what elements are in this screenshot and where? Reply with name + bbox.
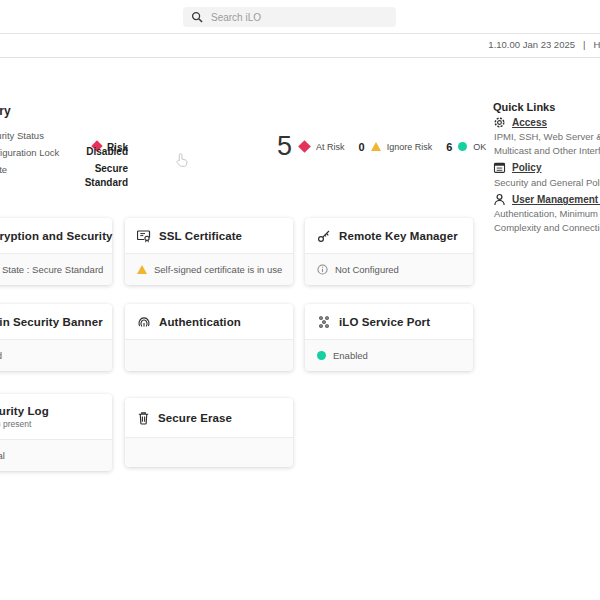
card-status-text: Informational [0,450,5,461]
search-icon [191,11,203,23]
user-icon [493,193,506,206]
warning-triangle-icon [371,142,381,151]
policy-icon [493,161,506,174]
card-body-empty [125,340,293,371]
certificate-icon [137,229,151,243]
header-divider-top [0,33,600,34]
card-title: Security Log [0,405,49,417]
key-icon [317,229,331,243]
card-status-text: Enabled [333,350,368,361]
card-ilo-service-port[interactable]: iLO Service Port Enabled [305,304,473,371]
card-authentication[interactable]: Authentication [125,304,293,371]
ignore-risk-count: 0 [359,141,365,153]
at-risk-label: At Risk [316,142,345,152]
policy-description-line1: Security and General Policy [494,177,600,188]
card-title: SSL Certificate [159,230,242,242]
card-secure-erase[interactable]: Secure Erase [125,398,293,467]
access-link[interactable]: Access [512,117,547,128]
card-encryption-and-security[interactable]: Encryption and Security Security State :… [0,218,112,285]
card-status-text: Security State : Secure Standard [0,264,103,275]
ok-dot-icon [317,351,326,360]
card-remote-key-manager[interactable]: Remote Key Manager Not Configured [305,218,473,285]
user-management-description-line1: Authentication, Minimum Password [494,208,600,219]
firmware-version: 1.10.00 Jan 23 2025 [488,39,575,50]
access-description-line1: IPMI, SSH, Web Server & Proxy [494,131,600,142]
search-box[interactable] [183,7,396,27]
ok-dot-icon [458,142,467,151]
service-port-icon [317,315,331,329]
card-ssl-certificate[interactable]: SSL Certificate Self-signed certificate … [125,218,293,285]
card-title: Encryption and Security [0,230,113,242]
help-link[interactable]: Help [593,39,600,50]
info-bar: 1.10.00 Jan 23 2025 | Help [488,39,600,50]
card-security-log[interactable]: Security Log event(s) present Informatio… [0,394,112,471]
quick-link-user-management[interactable]: User Management Settings [493,193,600,206]
ok-count: 6 [446,141,452,153]
hand-cursor-icon [176,152,189,168]
at-risk-count: 5 [277,133,292,160]
card-status-text: Disabled [0,350,2,361]
ignore-risk-label: Ignore Risk [387,142,433,152]
card-body-empty [125,438,293,467]
card-title: Remote Key Manager [339,230,458,242]
risk-diamond-icon [298,140,311,153]
configuration-lock-value: Disabled [0,145,128,159]
quick-link-policy[interactable]: Policy [493,161,541,174]
security-state-value: Secure Standard [0,162,128,190]
quick-link-access[interactable]: Access [493,116,547,129]
card-title: Authentication [159,316,241,328]
header-divider-bottom [0,57,600,58]
card-title: Secure Erase [158,412,232,424]
separator: | [583,39,585,50]
user-management-settings-link[interactable]: User Management Settings [512,194,600,205]
card-title: iLO Service Port [339,316,430,328]
trash-icon [137,411,150,425]
ok-label: OK [473,142,486,152]
card-title: Login Security Banner [0,316,103,328]
fingerprint-icon [137,315,151,329]
gear-icon [493,116,506,129]
warning-triangle-icon [137,265,147,274]
quick-links-title: Quick Links [493,101,555,113]
user-management-description-line2: Complexity and Connection timeout [494,222,600,233]
search-input[interactable] [209,11,388,24]
card-status-text: Not Configured [335,264,399,275]
card-subtitle: event(s) present [0,419,49,429]
access-description-line2: Multicast and Other Interfaces [494,145,600,156]
summary-heading: Summary [0,104,11,118]
card-login-security-banner[interactable]: Login Security Banner Disabled [0,304,112,371]
ilo-security-dashboard: 1.10.00 Jan 23 2025 | Help Summary Secur… [0,0,600,600]
card-status-text: Self-signed certificate is in use [154,264,282,275]
policy-link[interactable]: Policy [512,162,541,173]
risk-counters: 5 At Risk 0 Ignore Risk 6 OK [277,133,486,160]
info-icon [317,264,328,275]
